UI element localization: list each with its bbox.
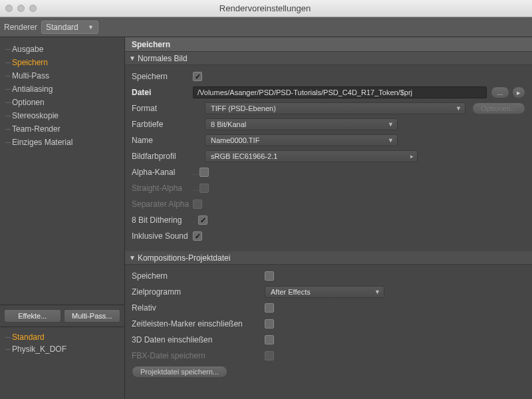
chevron-down-icon: ▼ xyxy=(88,24,94,31)
sidebar-buttons: Effekte... Multi-Pass... xyxy=(0,305,124,327)
panel-title: Speichern xyxy=(125,37,532,52)
separate-alpha-label: Separater Alpha xyxy=(132,200,193,209)
sidebar-item-teamrender[interactable]: Team-Render xyxy=(0,122,124,136)
window-controls xyxy=(5,5,37,12)
settings-tree: Ausgabe Speichern Multi-Pass Antialiasin… xyxy=(0,37,124,305)
minimize-window-button[interactable] xyxy=(17,5,25,12)
close-window-button[interactable] xyxy=(5,5,13,12)
preset-physik[interactable]: Physik_K_DOF xyxy=(0,343,124,355)
sidebar-item-antialiasing[interactable]: Antialiasing xyxy=(0,82,124,96)
sidebar-item-stereoskopie[interactable]: Stereoskopie xyxy=(0,109,124,122)
renderer-value: Standard xyxy=(46,23,78,32)
profile-label: Bildfarbprofil xyxy=(132,152,193,161)
alpha-label: Alpha-Kanal xyxy=(132,168,193,177)
target-dropdown[interactable]: After Effects ▼ xyxy=(265,286,384,298)
chevron-right-icon: ▸ xyxy=(517,88,521,97)
file-label: Datei xyxy=(132,88,193,97)
sidebar: Ausgabe Speichern Multi-Pass Antialiasin… xyxy=(0,37,125,399)
alpha-checkbox[interactable] xyxy=(200,168,209,177)
content-panel: Speichern ▼ Normales Bild Speichern Date… xyxy=(125,37,532,399)
name-dropdown[interactable]: Name0000.TIF ▼ xyxy=(205,134,398,146)
straight-alpha-label: Straight-Alpha xyxy=(132,184,193,193)
fbx-label: FBX-Datei speichern xyxy=(132,351,265,360)
dither-checkbox[interactable] xyxy=(198,215,207,225)
sidebar-item-multipass[interactable]: Multi-Pass xyxy=(0,69,124,82)
format-options-button[interactable]: Optionen... xyxy=(472,102,525,114)
group-komposition[interactable]: ▼ Kompositions-Projektdatei xyxy=(125,251,532,265)
relative-label: Relativ xyxy=(132,303,265,313)
save-checkbox[interactable] xyxy=(193,72,202,81)
chevron-down-icon: ▼ xyxy=(374,289,380,295)
effects-button[interactable]: Effekte... xyxy=(4,309,61,323)
profile-dropdown[interactable]: sRGB IEC61966-2.1 ▸ xyxy=(205,150,418,162)
comp-save-checkbox[interactable] xyxy=(265,271,274,281)
sound-checkbox[interactable] xyxy=(193,231,202,241)
save-project-button[interactable]: Projektdatei speichern... xyxy=(132,366,227,378)
chevron-down-icon: ▼ xyxy=(388,137,394,144)
file-path-input[interactable] xyxy=(193,86,487,98)
disclosure-triangle-icon: ▼ xyxy=(129,254,136,261)
format-label: Format xyxy=(132,104,193,113)
chevron-right-icon: ▸ xyxy=(410,153,414,160)
multipass-button[interactable]: Multi-Pass... xyxy=(64,309,121,323)
preset-standard[interactable]: Standard xyxy=(0,331,124,343)
straight-alpha-checkbox xyxy=(200,184,209,193)
renderer-label: Renderer xyxy=(4,23,37,32)
marker-checkbox[interactable] xyxy=(265,319,274,329)
save-label: Speichern xyxy=(132,72,193,81)
fbx-checkbox xyxy=(265,351,274,360)
chevron-down-icon: ▼ xyxy=(456,105,462,112)
renderer-dropdown[interactable]: Standard ▼ xyxy=(41,21,98,34)
sound-label: Inklusive Sound xyxy=(132,231,193,241)
sidebar-item-optionen[interactable]: Optionen xyxy=(0,96,124,109)
preset-list: Standard Physik_K_DOF xyxy=(0,327,124,359)
browse-button[interactable]: ... xyxy=(491,86,509,98)
group2-form: Speichern Zielprogramm After Effects ▼ R… xyxy=(125,265,532,387)
target-label: Zielprogramm xyxy=(132,287,265,297)
zoom-window-button[interactable] xyxy=(29,5,37,12)
relative-checkbox[interactable] xyxy=(265,303,274,313)
name-label: Name xyxy=(132,136,193,145)
chevron-down-icon: ▼ xyxy=(388,121,394,128)
window-title: Rendervoreinstellungen xyxy=(37,3,493,13)
marker-label: Zeitleisten-Marker einschließen xyxy=(132,319,265,329)
comp-save-label: Speichern xyxy=(132,271,265,281)
path-menu-button[interactable]: ▸ xyxy=(512,86,525,98)
toolbar: Renderer Standard ▼ xyxy=(0,17,532,37)
sidebar-item-speichern[interactable]: Speichern xyxy=(0,56,124,69)
disclosure-triangle-icon: ▼ xyxy=(129,55,136,62)
sidebar-item-einzigesmaterial[interactable]: Einziges Material xyxy=(0,136,124,149)
format-dropdown[interactable]: TIFF (PSD-Ebenen) ▼ xyxy=(205,102,466,114)
group1-form: Speichern Datei ... ▸ Format TIFF (PSD-E… xyxy=(125,65,532,251)
titlebar: Rendervoreinstellungen xyxy=(0,0,532,17)
separate-alpha-checkbox xyxy=(193,200,202,209)
depth-dropdown[interactable]: 8 Bit/Kanal ▼ xyxy=(205,118,398,130)
sidebar-item-ausgabe[interactable]: Ausgabe xyxy=(0,43,124,56)
data3d-checkbox[interactable] xyxy=(265,335,274,344)
data3d-label: 3D Daten einschließen xyxy=(132,335,265,344)
dither-label: 8 Bit Dithering xyxy=(132,215,193,225)
depth-label: Farbtiefe xyxy=(132,120,193,129)
group-normales-bild[interactable]: ▼ Normales Bild xyxy=(125,52,532,65)
